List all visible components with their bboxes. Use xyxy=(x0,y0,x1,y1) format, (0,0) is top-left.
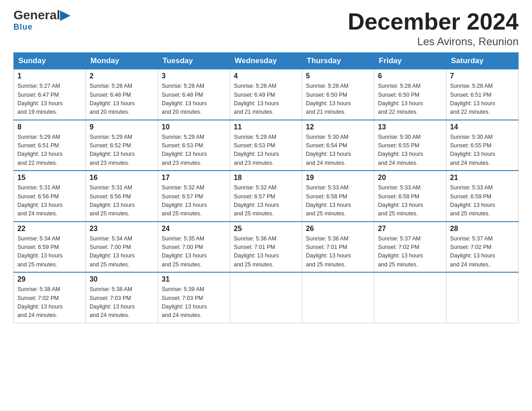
calendar-cell xyxy=(302,272,374,323)
day-number: 27 xyxy=(378,225,442,233)
calendar-cell: 15Sunrise: 5:31 AMSunset: 6:56 PMDayligh… xyxy=(14,171,86,222)
days-header-row: SundayMondayTuesdayWednesdayThursdayFrid… xyxy=(14,53,519,69)
calendar-cell xyxy=(374,272,446,323)
day-number: 17 xyxy=(162,174,226,182)
calendar-cell: 24Sunrise: 5:35 AMSunset: 7:00 PMDayligh… xyxy=(158,222,230,273)
day-info: Sunrise: 5:34 AMSunset: 6:59 PMDaylight:… xyxy=(17,235,82,270)
day-number: 26 xyxy=(306,225,370,233)
logo: General▶ Blue xyxy=(13,9,70,32)
day-header-sunday: Sunday xyxy=(14,53,86,69)
week-row-5: 29Sunrise: 5:38 AMSunset: 7:02 PMDayligh… xyxy=(14,272,519,323)
day-number: 4 xyxy=(234,72,298,80)
calendar-cell: 31Sunrise: 5:39 AMSunset: 7:03 PMDayligh… xyxy=(158,272,230,323)
calendar-table: SundayMondayTuesdayWednesdayThursdayFrid… xyxy=(13,52,519,323)
calendar-cell: 20Sunrise: 5:33 AMSunset: 6:58 PMDayligh… xyxy=(374,171,446,222)
day-number: 29 xyxy=(17,275,82,283)
day-info: Sunrise: 5:28 AMSunset: 6:48 PMDaylight:… xyxy=(90,82,154,117)
calendar-cell: 7Sunrise: 5:28 AMSunset: 6:51 PMDaylight… xyxy=(446,69,519,120)
day-number: 31 xyxy=(162,275,226,283)
day-header-monday: Monday xyxy=(86,53,158,69)
calendar-cell: 22Sunrise: 5:34 AMSunset: 6:59 PMDayligh… xyxy=(14,222,86,273)
calendar-cell: 3Sunrise: 5:28 AMSunset: 6:48 PMDaylight… xyxy=(158,69,230,120)
day-info: Sunrise: 5:29 AMSunset: 6:53 PMDaylight:… xyxy=(162,133,226,168)
day-info: Sunrise: 5:28 AMSunset: 6:48 PMDaylight:… xyxy=(162,82,226,117)
day-info: Sunrise: 5:29 AMSunset: 6:52 PMDaylight:… xyxy=(90,133,154,168)
calendar-cell: 25Sunrise: 5:36 AMSunset: 7:01 PMDayligh… xyxy=(230,222,302,273)
calendar-cell: 23Sunrise: 5:34 AMSunset: 7:00 PMDayligh… xyxy=(86,222,158,273)
day-number: 21 xyxy=(450,174,515,182)
day-header-friday: Friday xyxy=(374,53,446,69)
day-info: Sunrise: 5:31 AMSunset: 6:56 PMDaylight:… xyxy=(17,184,82,218)
day-number: 28 xyxy=(450,225,515,233)
calendar-cell: 21Sunrise: 5:33 AMSunset: 6:59 PMDayligh… xyxy=(446,171,519,222)
calendar-cell: 26Sunrise: 5:36 AMSunset: 7:01 PMDayligh… xyxy=(302,222,374,273)
day-info: Sunrise: 5:34 AMSunset: 7:00 PMDaylight:… xyxy=(90,235,154,270)
day-header-wednesday: Wednesday xyxy=(230,53,302,69)
day-header-thursday: Thursday xyxy=(302,53,374,69)
day-number: 6 xyxy=(378,72,442,80)
day-info: Sunrise: 5:33 AMSunset: 6:58 PMDaylight:… xyxy=(378,184,442,218)
calendar-cell: 10Sunrise: 5:29 AMSunset: 6:53 PMDayligh… xyxy=(158,120,230,171)
day-number: 22 xyxy=(17,225,82,233)
day-info: Sunrise: 5:39 AMSunset: 7:03 PMDaylight:… xyxy=(162,285,226,320)
day-info: Sunrise: 5:29 AMSunset: 6:51 PMDaylight:… xyxy=(17,133,82,168)
page-header: General▶ Blue December 2024 Les Avirons,… xyxy=(13,9,519,48)
day-number: 12 xyxy=(306,123,370,131)
day-header-saturday: Saturday xyxy=(446,53,519,69)
calendar-cell: 6Sunrise: 5:28 AMSunset: 6:50 PMDaylight… xyxy=(374,69,446,120)
day-info: Sunrise: 5:35 AMSunset: 7:00 PMDaylight:… xyxy=(162,235,226,270)
day-info: Sunrise: 5:33 AMSunset: 6:58 PMDaylight:… xyxy=(306,184,370,218)
day-info: Sunrise: 5:32 AMSunset: 6:57 PMDaylight:… xyxy=(162,184,226,218)
day-number: 19 xyxy=(306,174,370,182)
day-number: 13 xyxy=(378,123,442,131)
calendar-cell: 9Sunrise: 5:29 AMSunset: 6:52 PMDaylight… xyxy=(86,120,158,171)
day-info: Sunrise: 5:29 AMSunset: 6:53 PMDaylight:… xyxy=(234,133,298,168)
day-number: 7 xyxy=(450,72,515,80)
day-number: 2 xyxy=(90,72,154,80)
calendar-cell: 17Sunrise: 5:32 AMSunset: 6:57 PMDayligh… xyxy=(158,171,230,222)
day-number: 25 xyxy=(234,225,298,233)
logo-text: General▶ xyxy=(13,9,70,21)
calendar-cell: 2Sunrise: 5:28 AMSunset: 6:48 PMDaylight… xyxy=(86,69,158,120)
day-info: Sunrise: 5:28 AMSunset: 6:50 PMDaylight:… xyxy=(378,82,442,117)
day-info: Sunrise: 5:37 AMSunset: 7:02 PMDaylight:… xyxy=(378,235,442,270)
day-info: Sunrise: 5:28 AMSunset: 6:50 PMDaylight:… xyxy=(306,82,370,117)
day-number: 8 xyxy=(17,123,82,131)
calendar-cell: 28Sunrise: 5:37 AMSunset: 7:02 PMDayligh… xyxy=(446,222,519,273)
calendar-cell: 1Sunrise: 5:27 AMSunset: 6:47 PMDaylight… xyxy=(14,69,86,120)
day-info: Sunrise: 5:36 AMSunset: 7:01 PMDaylight:… xyxy=(234,235,298,270)
calendar-cell: 8Sunrise: 5:29 AMSunset: 6:51 PMDaylight… xyxy=(14,120,86,171)
calendar-cell: 13Sunrise: 5:30 AMSunset: 6:55 PMDayligh… xyxy=(374,120,446,171)
calendar-cell: 5Sunrise: 5:28 AMSunset: 6:50 PMDaylight… xyxy=(302,69,374,120)
day-number: 20 xyxy=(378,174,442,182)
day-info: Sunrise: 5:32 AMSunset: 6:57 PMDaylight:… xyxy=(234,184,298,218)
location-title: Les Avirons, Reunion xyxy=(348,35,519,48)
day-info: Sunrise: 5:38 AMSunset: 7:03 PMDaylight:… xyxy=(90,285,154,320)
calendar-cell: 29Sunrise: 5:38 AMSunset: 7:02 PMDayligh… xyxy=(14,272,86,323)
day-number: 23 xyxy=(90,225,154,233)
day-info: Sunrise: 5:36 AMSunset: 7:01 PMDaylight:… xyxy=(306,235,370,270)
week-row-3: 15Sunrise: 5:31 AMSunset: 6:56 PMDayligh… xyxy=(14,171,519,222)
calendar-cell: 19Sunrise: 5:33 AMSunset: 6:58 PMDayligh… xyxy=(302,171,374,222)
calendar-cell: 18Sunrise: 5:32 AMSunset: 6:57 PMDayligh… xyxy=(230,171,302,222)
day-number: 24 xyxy=(162,225,226,233)
week-row-4: 22Sunrise: 5:34 AMSunset: 6:59 PMDayligh… xyxy=(14,222,519,273)
day-info: Sunrise: 5:28 AMSunset: 6:51 PMDaylight:… xyxy=(450,82,515,117)
day-number: 30 xyxy=(90,275,154,283)
week-row-2: 8Sunrise: 5:29 AMSunset: 6:51 PMDaylight… xyxy=(14,120,519,171)
day-number: 3 xyxy=(162,72,226,80)
calendar-cell: 16Sunrise: 5:31 AMSunset: 6:56 PMDayligh… xyxy=(86,171,158,222)
day-info: Sunrise: 5:30 AMSunset: 6:55 PMDaylight:… xyxy=(450,133,515,168)
day-info: Sunrise: 5:30 AMSunset: 6:54 PMDaylight:… xyxy=(306,133,370,168)
day-number: 16 xyxy=(90,174,154,182)
day-info: Sunrise: 5:38 AMSunset: 7:02 PMDaylight:… xyxy=(17,285,82,320)
calendar-cell xyxy=(230,272,302,323)
day-number: 11 xyxy=(234,123,298,131)
day-info: Sunrise: 5:28 AMSunset: 6:49 PMDaylight:… xyxy=(234,82,298,117)
day-number: 10 xyxy=(162,123,226,131)
calendar-cell: 4Sunrise: 5:28 AMSunset: 6:49 PMDaylight… xyxy=(230,69,302,120)
calendar-cell: 12Sunrise: 5:30 AMSunset: 6:54 PMDayligh… xyxy=(302,120,374,171)
day-header-tuesday: Tuesday xyxy=(158,53,230,69)
calendar-cell xyxy=(446,272,519,323)
day-info: Sunrise: 5:30 AMSunset: 6:55 PMDaylight:… xyxy=(378,133,442,168)
